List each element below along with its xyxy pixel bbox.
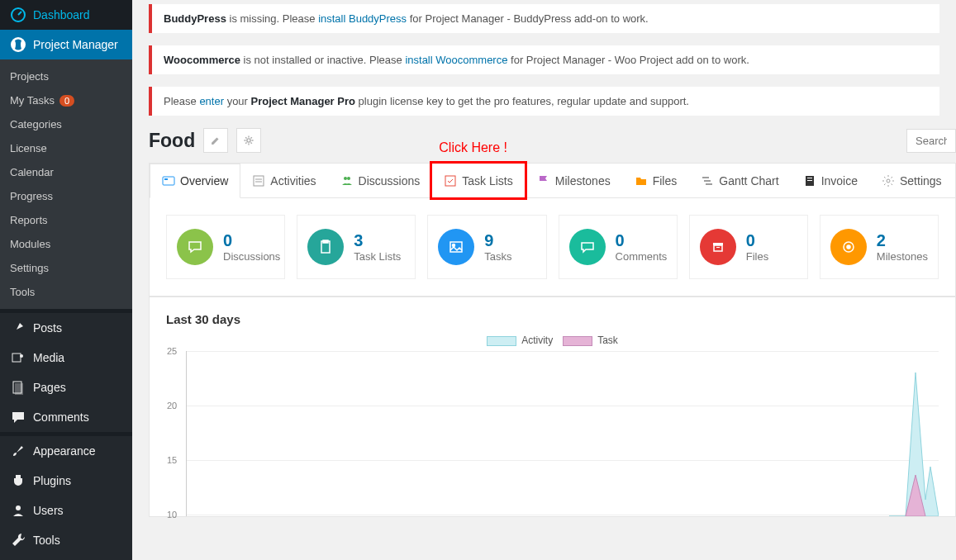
tab-task-lists[interactable]: Click Here ! Task Lists	[432, 164, 525, 197]
sidebar-sub-categories[interactable]: Categories	[0, 112, 132, 136]
notice-license: Please enter your Project Manager Pro pl…	[149, 87, 939, 116]
svg-point-3	[20, 354, 23, 358]
sidebar-item-appearance[interactable]: Appearance	[0, 436, 132, 466]
overview-icon	[162, 174, 175, 187]
y-tick: 25	[167, 346, 177, 356]
sidebar-item-tools[interactable]: Tools	[0, 525, 132, 555]
project-tabs: Overview Activities Discussions Click He…	[149, 163, 956, 197]
pencil-icon	[210, 135, 221, 146]
project-manager-icon	[10, 36, 26, 53]
y-tick: 20	[167, 401, 177, 411]
tab-activities[interactable]: Activities	[240, 164, 328, 197]
gantt-icon	[701, 174, 714, 187]
svg-point-20	[887, 179, 890, 183]
users-icon	[10, 502, 26, 519]
sidebar-sub-settings[interactable]: Settings	[0, 256, 132, 280]
activity-chart: Last 30 days Activity Task 25 20 15 10	[149, 297, 956, 517]
sidebar-item-label: Media	[33, 351, 64, 364]
click-here-annotation: Click Here !	[439, 140, 507, 155]
edit-project-button[interactable]	[203, 128, 228, 153]
tab-files[interactable]: Files	[623, 164, 690, 197]
sidebar-item-label: Tools	[33, 534, 60, 547]
svg-point-11	[344, 177, 347, 180]
sidebar-item-label: Project Manager	[33, 38, 118, 51]
sidebar-item-label: Pages	[33, 381, 66, 394]
notice-woocommerce: Woocommerce is not installed or inactive…	[149, 45, 939, 74]
svg-rect-18	[807, 178, 812, 178]
tasklists-icon	[444, 174, 457, 187]
flag-icon	[537, 174, 550, 187]
sidebar-item-dashboard[interactable]: Dashboard	[0, 0, 132, 30]
sidebar-item-users[interactable]: Users	[0, 496, 132, 525]
sidebar-item-posts[interactable]: Posts	[0, 313, 132, 343]
gear-icon	[243, 135, 254, 146]
target-icon	[830, 229, 867, 265]
stat-cards: 0Discussions 3Task Lists 9Tasks 0Comment…	[149, 197, 956, 297]
sidebar-item-plugins[interactable]: Plugins	[0, 466, 132, 496]
enter-license-link[interactable]: enter	[199, 95, 224, 107]
activities-icon	[252, 174, 265, 187]
search-box	[906, 129, 956, 153]
sidebar-sub-progress[interactable]: Progress	[0, 184, 132, 208]
stat-card-discussions[interactable]: 0Discussions	[166, 215, 285, 279]
svg-rect-2	[12, 354, 21, 362]
stat-card-files[interactable]: 0Files	[689, 215, 808, 279]
page-title: Food	[149, 130, 195, 152]
sidebar-item-pages[interactable]: Pages	[0, 373, 132, 402]
brush-icon	[10, 443, 26, 459]
tab-invoice[interactable]: Invoice	[792, 164, 870, 197]
stat-card-tasks[interactable]: 9Tasks	[427, 215, 546, 279]
install-woocommerce-link[interactable]: install Woocommerce	[405, 54, 507, 66]
chat-icon	[177, 229, 213, 265]
sidebar-item-comments[interactable]: Comments	[0, 402, 132, 432]
tab-settings[interactable]: Settings	[870, 164, 954, 197]
sidebar-item-label: Dashboard	[33, 8, 90, 21]
image-icon	[438, 229, 474, 265]
notice-buddypress: BuddyPress is missing. Please install Bu…	[149, 4, 939, 33]
sidebar-item-label: Plugins	[33, 474, 71, 487]
svg-rect-8	[163, 177, 174, 185]
discussions-icon	[340, 174, 354, 187]
tab-overview[interactable]: Overview	[150, 164, 240, 198]
project-settings-button[interactable]	[236, 128, 261, 153]
sidebar-sub-reports[interactable]: Reports	[0, 208, 132, 232]
svg-point-12	[347, 177, 350, 180]
svg-point-7	[247, 139, 250, 142]
tab-gantt-chart[interactable]: Gantt Chart	[689, 164, 791, 197]
sidebar-sub-calendar[interactable]: Calendar	[0, 160, 132, 184]
sidebar-sub-license[interactable]: License	[0, 136, 132, 160]
svg-point-29	[847, 245, 850, 249]
svg-rect-16	[706, 183, 712, 185]
svg-rect-15	[704, 180, 711, 182]
media-icon	[10, 349, 26, 366]
chart-legend: Activity Task	[166, 335, 939, 346]
sidebar-item-project-manager[interactable]: Project Manager	[0, 30, 132, 59]
sidebar-item-label: Appearance	[33, 444, 96, 458]
plug-icon	[10, 472, 26, 489]
tab-discussions[interactable]: Discussions	[329, 164, 433, 197]
svg-rect-14	[702, 177, 709, 178]
stat-card-tasklists[interactable]: 3Task Lists	[297, 215, 416, 279]
tab-milestones[interactable]: Milestones	[526, 164, 623, 197]
search-input[interactable]	[906, 129, 956, 153]
sidebar-item-media[interactable]: Media	[0, 343, 132, 373]
stat-card-milestones[interactable]: 2Milestones	[820, 215, 939, 279]
sidebar-submenu: Projects My Tasks0 Categories License Ca…	[0, 59, 132, 309]
sidebar-item-label: Users	[33, 504, 64, 517]
svg-rect-26	[714, 245, 722, 251]
sidebar-sub-modules[interactable]: Modules	[0, 232, 132, 256]
admin-notices: BuddyPress is missing. Please install Bu…	[149, 4, 956, 116]
page-title-row: Food	[149, 128, 956, 153]
invoice-icon	[803, 174, 816, 187]
sidebar-sub-mytasks[interactable]: My Tasks0	[0, 88, 132, 112]
comment-icon	[569, 229, 606, 265]
install-buddypress-link[interactable]: install BuddyPress	[318, 12, 407, 25]
wrench-icon	[10, 532, 26, 548]
archive-icon	[700, 229, 736, 265]
clipboard-icon	[307, 229, 344, 265]
svg-rect-27	[716, 247, 720, 248]
dashboard-icon	[10, 7, 26, 23]
sidebar-sub-tools[interactable]: Tools	[0, 280, 132, 304]
stat-card-comments[interactable]: 0Comments	[559, 215, 678, 279]
sidebar-sub-projects[interactable]: Projects	[0, 64, 132, 88]
